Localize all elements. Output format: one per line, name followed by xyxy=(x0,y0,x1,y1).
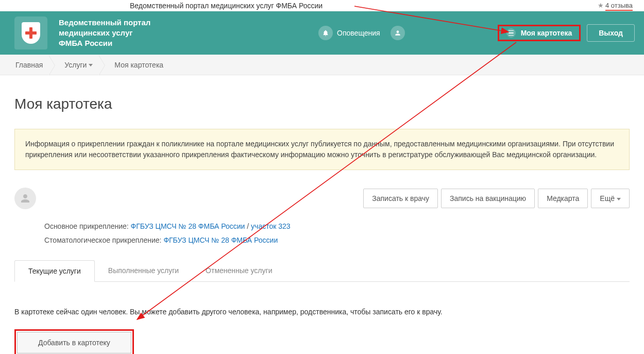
dental-attachment-label: Стоматологическое прикрепление: xyxy=(44,236,162,244)
info-banner: Информация о прикреплении граждан к поли… xyxy=(14,129,630,170)
user-avatar-button[interactable] xyxy=(391,26,405,40)
main-attachment-sector-link[interactable]: участок 323 xyxy=(251,222,291,230)
shield-icon xyxy=(14,16,47,49)
avatar xyxy=(14,188,36,209)
reviews-link[interactable]: ★4 отзыва xyxy=(598,2,633,11)
kartoteka-hint: В картотеке сейчас один человек. Вы може… xyxy=(14,308,630,316)
person-row: Записать к врачу Запись на вакцинацию Ме… xyxy=(14,188,630,209)
portal-title: Ведомственный портал медицинских услуг Ф… xyxy=(59,18,150,49)
reviews-text: 4 отзыва xyxy=(605,2,633,11)
exit-button[interactable]: Выход xyxy=(587,24,635,42)
add-to-kartoteka-highlight: Добавить в картотеку xyxy=(14,329,134,354)
logo[interactable]: Ведомственный портал медицинских услуг Ф… xyxy=(14,16,150,49)
breadcrumb: Главная Услуги Моя картотека xyxy=(0,55,644,75)
bell-icon xyxy=(318,26,333,40)
tab-current-services[interactable]: Текущие услуги xyxy=(14,260,95,282)
person-icon xyxy=(19,192,31,205)
breadcrumb-current: Моя картотека xyxy=(103,61,174,69)
dental-attachment-org-link[interactable]: ФГБУЗ ЦМСЧ № 28 ФМБА России xyxy=(163,236,278,244)
tab-done-services[interactable]: Выполненные услуги xyxy=(95,260,192,281)
hamburger-icon xyxy=(506,28,516,38)
main-header: Ведомственный портал медицинских услуг Ф… xyxy=(0,11,644,55)
main-attachment-label: Основное прикрепление: xyxy=(44,222,129,230)
chevron-down-icon xyxy=(617,198,621,200)
medcard-button[interactable]: Медкарта xyxy=(538,189,588,208)
page-title: Моя картотека xyxy=(14,96,630,112)
vaccine-booking-button[interactable]: Запись на вакцинацию xyxy=(441,189,535,208)
person-icon xyxy=(394,29,401,37)
main-attachment-org-link[interactable]: ФГБУЗ ЦМСЧ № 28 ФМБА России xyxy=(131,222,245,230)
notifications-button[interactable]: Оповещения xyxy=(318,26,380,40)
top-portal-label: Ведомственный портал медицинских услуг Ф… xyxy=(130,2,323,10)
star-icon: ★ xyxy=(598,2,604,9)
breadcrumb-services[interactable]: Услуги xyxy=(53,61,103,69)
notifications-label: Оповещения xyxy=(337,29,380,37)
appoint-doctor-button[interactable]: Записать к врачу xyxy=(363,189,438,208)
more-button[interactable]: Ещё xyxy=(591,189,630,208)
services-tabs: Текущие услуги Выполненные услуги Отмене… xyxy=(14,260,630,282)
breadcrumb-home[interactable]: Главная xyxy=(10,61,53,69)
my-kartoteka-button[interactable]: Моя картотека xyxy=(498,25,581,41)
add-to-kartoteka-button[interactable]: Добавить в картотеку xyxy=(17,332,131,353)
my-kartoteka-label: Моя картотека xyxy=(521,29,572,37)
attachment-info: Основное прикрепление: ФГБУЗ ЦМСЧ № 28 Ф… xyxy=(44,220,630,247)
chevron-down-icon xyxy=(89,64,93,66)
tab-cancelled-services[interactable]: Отмененные услуги xyxy=(192,260,285,281)
